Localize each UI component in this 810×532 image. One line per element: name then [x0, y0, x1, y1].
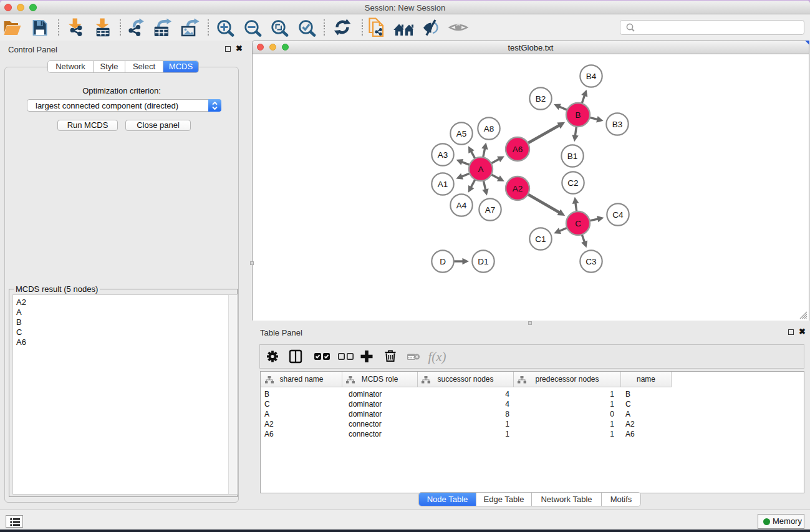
svg-text:C3: C3: [586, 257, 596, 266]
svg-text:C4: C4: [612, 210, 624, 220]
svg-text:D1: D1: [478, 257, 488, 266]
svg-text:A5: A5: [456, 129, 467, 138]
svg-text:A2: A2: [513, 184, 523, 193]
svg-text:A3: A3: [438, 150, 448, 160]
svg-text:B3: B3: [612, 120, 623, 129]
svg-text:B2: B2: [536, 94, 546, 104]
svg-text:B: B: [575, 110, 581, 120]
svg-text:C2: C2: [567, 178, 578, 188]
svg-text:A8: A8: [484, 124, 494, 133]
svg-text:A4: A4: [456, 201, 467, 210]
svg-text:A: A: [478, 165, 483, 174]
svg-text:B1: B1: [567, 152, 578, 161]
svg-text:f(x): f(x): [428, 349, 446, 364]
svg-text:C: C: [575, 219, 581, 228]
svg-text:B4: B4: [586, 72, 597, 81]
svg-text:A6: A6: [513, 145, 523, 154]
svg-text:C1: C1: [535, 235, 546, 244]
svg-text:A1: A1: [438, 180, 448, 189]
svg-text:A7: A7: [485, 205, 496, 215]
svg-text:D: D: [440, 257, 446, 266]
